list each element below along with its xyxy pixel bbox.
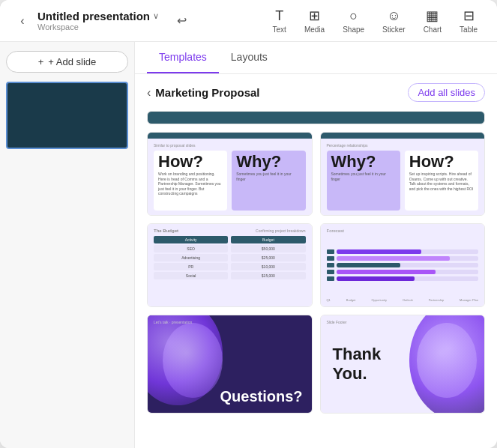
budget-table: Activity Budget SEO $50,000 Advertising …	[154, 236, 306, 302]
app-window: ‹ Untitled presentation ∨ Workspace ↩ T …	[0, 0, 497, 448]
why-text: Sometimes you just feel it in your finge…	[236, 172, 301, 181]
why-how-slide: Percentage relationships Why? Sometimes …	[321, 133, 485, 215]
budget-row-3: PR $10,000	[154, 263, 306, 270]
why-word: Why?	[236, 154, 301, 170]
thankyou-slide: Slide Footer ThankYou.	[321, 315, 485, 413]
toolbar-shape[interactable]: ○ Shape	[335, 5, 372, 37]
tabs-bar: Templates Layouts	[135, 42, 497, 74]
how-text-2: Set up inspiring scripts. Hire ahead of …	[409, 172, 474, 191]
slide-label-2: Percentage relationships	[327, 143, 479, 148]
how-card-2: How? Set up inspiring scripts. Hire ahea…	[405, 151, 478, 211]
budget-subtitle: Confirming project breakdown	[256, 228, 305, 233]
why-text-2: Sometimes you just feel it in your finge…	[331, 172, 396, 181]
media-icon: ⊞	[309, 7, 320, 24]
slide-card-chart[interactable]: Forecast	[320, 223, 486, 307]
budget-title: The Budget	[154, 228, 178, 233]
how-card: How? Work on branding and positioning. H…	[154, 151, 227, 211]
toolbar-sticker[interactable]: ☺ Sticker	[375, 5, 413, 37]
chart-x-label-6: Manager Plan	[460, 298, 478, 302]
how-text: Work on branding and positioning. Here i…	[158, 172, 223, 196]
chart-x-label-4: Outlook	[403, 298, 413, 302]
panel-back-button[interactable]: ‹	[147, 86, 151, 100]
budget-cell-social-val: $15,000	[231, 272, 305, 279]
slide-label: Similar to proposal slides	[154, 143, 306, 148]
thankyou-text: ThankYou.	[333, 345, 382, 384]
chart-bar-fill-5	[337, 276, 415, 281]
chart-bar-wrap-4	[337, 270, 479, 274]
tab-layouts[interactable]: Layouts	[219, 42, 280, 73]
title-block: Untitled presentation ∨ Workspace	[37, 10, 159, 31]
chart-row-5	[327, 276, 479, 281]
budget-cell-pr: PR	[154, 263, 228, 270]
why-card-2: Why? Sometimes you just feel it in your …	[327, 151, 400, 211]
chart-row-3	[327, 263, 479, 267]
chart-row-1	[327, 249, 479, 254]
toolbar: T Text ⊞ Media ○ Shape ☺ Sticker ▦ Chart…	[265, 4, 485, 37]
sticker-icon: ☺	[387, 8, 400, 24]
budget-row-4: Social $15,000	[154, 272, 306, 279]
chart-label-2	[327, 256, 334, 261]
workspace-label: Workspace	[37, 22, 159, 31]
toolbar-media[interactable]: ⊞ Media	[297, 4, 332, 37]
chart-x-label-1: Q1	[327, 298, 331, 302]
title-chevron-icon[interactable]: ∨	[153, 11, 159, 21]
chart-bar-fill-2	[337, 256, 451, 261]
budget-cell-social: Social	[154, 272, 228, 279]
chart-bar-wrap-5	[337, 276, 479, 281]
slides-grid: Similar to proposal slides How? Work on …	[147, 132, 485, 307]
back-button[interactable]: ‹	[12, 10, 33, 31]
chart-bar-fill-3	[337, 263, 400, 267]
chart-bar-fill-1	[337, 249, 422, 254]
partial-slide-top	[147, 111, 485, 124]
panel-header: ‹ Marketing Proposal Add all slides	[147, 83, 485, 102]
sidebar: + + Add slide 1	[0, 42, 135, 448]
main-content: Templates Layouts ‹ Marketing Proposal A…	[135, 42, 497, 448]
panel-title: Marketing Proposal	[155, 86, 259, 99]
how-why-slide: Similar to proposal slides How? Work on …	[148, 133, 312, 215]
slide-top-bar-2	[321, 133, 485, 139]
questions-slide: Let's talk · presentation Questions?	[148, 315, 312, 413]
toolbar-chart[interactable]: ▦ Chart	[416, 4, 449, 37]
thankyou-orb-secondary	[417, 323, 477, 398]
budget-cell-seo: SEO	[154, 245, 228, 252]
questions-label: Let's talk · presentation	[154, 320, 192, 324]
slide-card-budget[interactable]: The Budget Confirming project breakdown …	[147, 223, 313, 307]
chart-row-2	[327, 256, 479, 261]
cards-row: How? Work on branding and positioning. H…	[154, 151, 306, 211]
budget-cell-advertising: Advertising	[154, 254, 228, 261]
tab-templates[interactable]: Templates	[147, 42, 219, 73]
slide-1-thumbnail[interactable]	[6, 82, 128, 149]
slide-card-why-how[interactable]: Percentage relationships Why? Sometimes …	[320, 132, 486, 216]
budget-row-2: Advertising $25,000	[154, 254, 306, 261]
budget-cell-seo-val: $50,000	[231, 245, 305, 252]
chart-label-1	[327, 249, 334, 254]
add-all-slides-button[interactable]: Add all slides	[408, 83, 485, 102]
chart-x-label-3: Opportunity	[371, 298, 387, 302]
plus-icon: +	[38, 56, 44, 67]
template-panel: ‹ Marketing Proposal Add all slides Simi…	[135, 74, 497, 448]
panel-title-row: ‹ Marketing Proposal	[147, 86, 260, 100]
slides-grid-bottom: Let's talk · presentation Questions? Sli…	[147, 315, 485, 414]
presentation-title: Untitled presentation	[37, 10, 150, 22]
add-slide-button[interactable]: + + Add slide	[6, 51, 128, 73]
toolbar-table[interactable]: ⊟ Table	[452, 4, 485, 37]
how-word: How?	[158, 154, 223, 170]
slide-card-questions[interactable]: Let's talk · presentation Questions?	[147, 315, 313, 414]
thankyou-label: Slide Footer	[327, 320, 347, 324]
budget-col-budget: Budget	[231, 236, 305, 243]
undo-button[interactable]: ↩	[169, 9, 193, 33]
chart-x-label-2: Budget	[346, 298, 356, 302]
orb-secondary	[163, 323, 223, 398]
chart-title: Forecast	[327, 228, 479, 233]
table-icon: ⊟	[463, 7, 475, 24]
chart-label-3	[327, 263, 334, 267]
slide-card-how-why[interactable]: Similar to proposal slides How? Work on …	[147, 132, 313, 216]
chart-x-label-5: Partnership	[429, 298, 444, 302]
chart-bar-wrap-2	[337, 256, 479, 261]
budget-col-activity: Activity	[154, 236, 228, 243]
budget-header-row: Activity Budget	[154, 236, 306, 243]
chart-icon: ▦	[426, 7, 439, 24]
toolbar-text[interactable]: T Text	[265, 5, 294, 37]
header: ‹ Untitled presentation ∨ Workspace ↩ T …	[0, 0, 497, 42]
slide-card-thankyou[interactable]: Slide Footer ThankYou.	[320, 315, 486, 414]
